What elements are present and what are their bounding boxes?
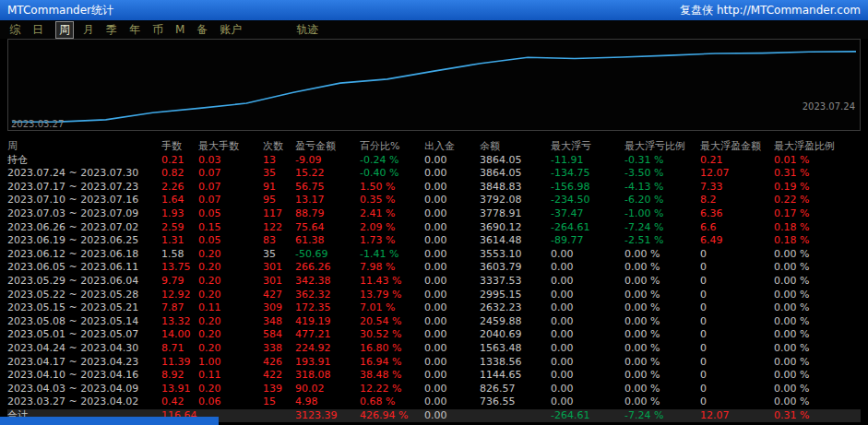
cell-pl-percent: 20.54 %	[360, 315, 424, 329]
equity-chart: 2023.03.27 2023.07.24	[7, 39, 861, 131]
cell-balance: 3848.83	[480, 181, 551, 195]
cell-balance: 826.57	[480, 383, 551, 396]
cell-lots: 13.75	[161, 261, 198, 275]
cell-max-float-loss-pct: -0.31 %	[624, 154, 700, 168]
cell-week: 2023.05.08 ~ 2023.05.14	[7, 315, 161, 329]
cell-pl-amount: 4.98	[295, 395, 360, 409]
table-row[interactable]: 2023.06.19 ~ 2023.06.251.310.058361.381.…	[7, 234, 861, 248]
table-row[interactable]: 2023.05.08 ~ 2023.05.1413.320.20348419.1…	[7, 315, 861, 329]
table-row[interactable]: 2023.04.03 ~ 2023.04.0913.910.2013990.02…	[7, 383, 861, 396]
cell-max-float-loss-pct: 0.00 %	[624, 328, 700, 342]
chart-end-date: 2023.07.24	[803, 101, 855, 112]
menu-item-quarter[interactable]: 季	[106, 22, 117, 38]
cell-pl-percent: -1.41 %	[360, 248, 424, 262]
cell-max-float-loss-pct: -7.24 %	[624, 221, 700, 235]
cell-max-float-profit-pct: 0.18 %	[774, 234, 838, 248]
table-row[interactable]: 2023.07.10 ~ 2023.07.161.640.079513.170.…	[7, 194, 861, 207]
cell-max-float-profit: 6.49	[700, 234, 774, 248]
cell-count: 309	[263, 301, 295, 315]
menu-items: 综日周月季年币M备账户	[9, 21, 254, 39]
table-row[interactable]: 2023.04.17 ~ 2023.04.2311.391.00426193.9…	[7, 356, 861, 370]
cell-week: 2023.04.10 ~ 2023.04.16	[7, 369, 161, 383]
table-row[interactable]: 2023.07.03 ~ 2023.07.091.930.0511788.792…	[7, 207, 861, 221]
cell-balance: 1338.56	[480, 356, 551, 370]
cell-max-float-profit: 7.33	[700, 181, 774, 195]
cell-max-float-profit-pct: 0.31 %	[774, 409, 838, 423]
table-row[interactable]: 2023.04.24 ~ 2023.04.308.710.20338224.92…	[7, 342, 861, 356]
menu-bar: 综日周月季年币M备账户 轨迹	[0, 20, 868, 39]
title-bar[interactable]: MTCommander统计 复盘侠 http://MTCommander.com	[0, 0, 868, 20]
table-row[interactable]: 2023.04.10 ~ 2023.04.168.920.11422318.08…	[7, 369, 861, 383]
table-row[interactable]: 2023.06.12 ~ 2023.06.181.580.2035-50.69-…	[7, 248, 861, 262]
cell-pl-percent: 0.68 %	[360, 395, 424, 409]
cell-pl-amount: 90.02	[295, 383, 360, 396]
cell-max-lots: 0.07	[198, 194, 263, 207]
table-row[interactable]: 2023.05.01 ~ 2023.05.0714.000.20584477.2…	[7, 328, 861, 342]
cell-pl-amount: 342.38	[295, 275, 360, 289]
cell-max-float-profit: 0	[700, 328, 774, 342]
cell-pl-percent: 7.01 %	[360, 301, 424, 315]
cell-deposit: 0.00	[424, 194, 480, 207]
cell-lots: 1.64	[161, 194, 198, 207]
taskbar-fragment	[0, 417, 219, 425]
cell-max-float-loss-pct: 0.00 %	[624, 383, 700, 396]
cell-max-lots: 1.00	[198, 356, 263, 370]
menu-item-day[interactable]: 日	[32, 22, 43, 38]
cell-pl-percent: 7.98 %	[360, 261, 424, 275]
menu-item-m[interactable]: M	[175, 23, 184, 36]
cell-balance: 3337.53	[480, 275, 551, 289]
cell-pl-percent: 16.80 %	[360, 342, 424, 356]
brand-link[interactable]: 复盘侠 http://MTCommander.com	[680, 3, 861, 18]
cell-max-float-loss: -234.50	[551, 194, 624, 207]
table-row[interactable]: 2023.07.17 ~ 2023.07.232.260.079156.751.…	[7, 181, 861, 195]
window-title: MTCommander统计	[7, 3, 113, 18]
menu-item-note[interactable]: 备	[196, 22, 208, 38]
cell-pl-amount: 224.92	[295, 342, 360, 356]
cell-max-float-profit-pct: 0.00 %	[774, 248, 838, 262]
table-row[interactable]: 2023.05.29 ~ 2023.06.049.790.20301342.38…	[7, 275, 861, 289]
cell-lots: 11.39	[161, 356, 198, 370]
cell-max-float-loss: 0.00	[551, 369, 624, 383]
cell-count: 35	[263, 167, 295, 181]
cell-balance: 3690.12	[480, 221, 551, 235]
table-row[interactable]: 2023.05.15 ~ 2023.05.217.870.11309172.35…	[7, 301, 861, 315]
cell-week: 持仓	[7, 154, 161, 168]
cell-max-float-loss-pct: -3.50 %	[624, 167, 700, 181]
menu-item-trajectory[interactable]: 轨迹	[296, 22, 318, 38]
cell-pl-amount: 419.19	[295, 315, 360, 329]
cell-balance: 3864.05	[480, 154, 551, 168]
menu-item-currency[interactable]: 币	[152, 22, 163, 38]
cell-max-float-profit-pct: 0.00 %	[774, 395, 838, 409]
table-row[interactable]: 2023.06.05 ~ 2023.06.1113.750.20301266.2…	[7, 261, 861, 275]
cell-max-float-loss-pct: 0.00 %	[624, 342, 700, 356]
menu-item-month[interactable]: 月	[83, 22, 94, 38]
table-row[interactable]: 2023.06.26 ~ 2023.07.022.590.1512275.642…	[7, 221, 861, 235]
cell-lots: 0.42	[161, 395, 198, 409]
table-row[interactable]: 持仓0.210.0313-9.09-0.24 %0.003864.05-11.9…	[7, 154, 861, 168]
cell-max-float-loss-pct: 0.00 %	[624, 356, 700, 370]
cell-max-float-profit-pct: 0.00 %	[774, 289, 838, 302]
menu-item-account[interactable]: 账户	[220, 22, 242, 38]
cell-max-float-loss: 0.00	[551, 315, 624, 329]
cell-balance: 2459.88	[480, 315, 551, 329]
menu-item-week[interactable]: 周	[55, 21, 74, 39]
cell-max-float-profit: 6.6	[700, 221, 774, 235]
table-row[interactable]: 2023.03.27 ~ 2023.04.020.420.06154.980.6…	[7, 395, 861, 409]
cell-lots: 12.92	[161, 289, 198, 302]
cell-lots: 1.31	[161, 234, 198, 248]
cell-pl-amount: 15.22	[295, 167, 360, 181]
cell-balance: 736.55	[480, 395, 551, 409]
cell-week: 2023.04.17 ~ 2023.04.23	[7, 356, 161, 370]
cell-max-float-profit: 12.07	[700, 167, 774, 181]
cell-balance: 2995.15	[480, 289, 551, 302]
menu-item-summary[interactable]: 综	[9, 22, 20, 38]
menu-item-year[interactable]: 年	[129, 22, 140, 38]
cell-max-float-profit-pct: 0.00 %	[774, 369, 838, 383]
column-header-max-lots: 最大手数	[198, 140, 263, 154]
cell-count: 117	[263, 207, 295, 221]
table-row[interactable]: 2023.07.24 ~ 2023.07.300.820.073515.22-0…	[7, 167, 861, 181]
cell-max-float-loss: 0.00	[551, 342, 624, 356]
cell-week: 2023.06.26 ~ 2023.07.02	[7, 221, 161, 235]
cell-max-lots: 0.03	[198, 154, 263, 168]
table-row[interactable]: 2023.05.22 ~ 2023.05.2812.920.20427362.3…	[7, 289, 861, 302]
